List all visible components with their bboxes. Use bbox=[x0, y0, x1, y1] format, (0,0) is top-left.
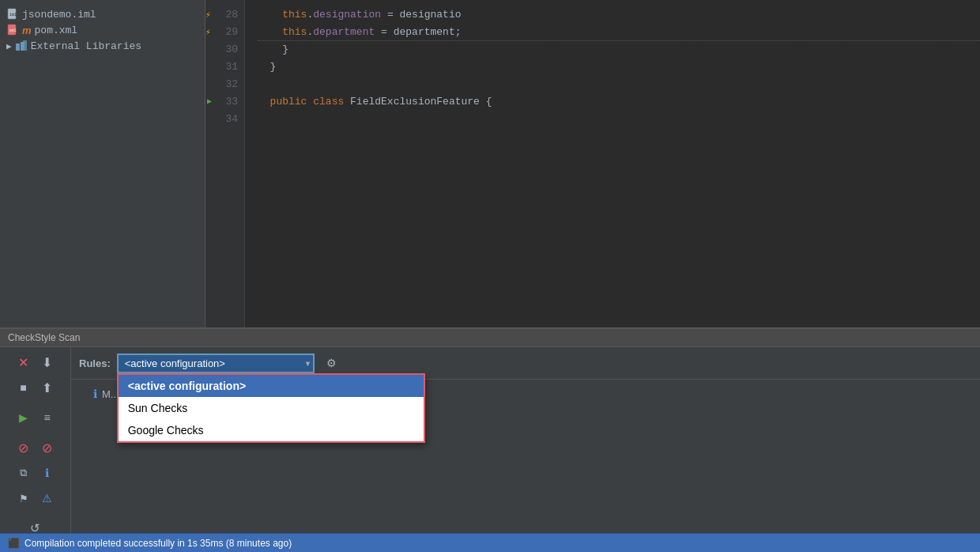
run-icon-33: ▶ bbox=[207, 93, 212, 111]
svg-text:xml: xml bbox=[9, 28, 17, 33]
library-icon bbox=[15, 40, 28, 52]
line-num-32: 32 bbox=[205, 76, 244, 93]
code-editor: ⚡ 28 ⚡ 29 30 31 32 ▶ 33 34 t bbox=[205, 0, 980, 327]
popup-option-sun[interactable]: Sun Checks bbox=[119, 397, 424, 419]
code-line-33: public class FieldExclusionFeature { bbox=[258, 93, 980, 111]
svg-rect-6 bbox=[23, 40, 27, 51]
line-numbers: ⚡ 28 ⚡ 29 30 31 32 ▶ 33 34 bbox=[205, 0, 245, 327]
toolbar-row-1: ✕ ⬇ bbox=[13, 351, 58, 373]
warning-button[interactable]: ⚠ bbox=[36, 487, 58, 509]
iml-file-icon: iml bbox=[6, 8, 19, 21]
status-bar: ⬛ Compilation completed successfully in … bbox=[0, 533, 980, 552]
code-line-34 bbox=[258, 111, 980, 128]
toolbar-row-4: ⊘ ⊘ bbox=[13, 437, 58, 459]
info-button[interactable]: ℹ bbox=[36, 462, 58, 484]
code-line-32 bbox=[258, 76, 980, 93]
config-gear-button[interactable]: ⚙ bbox=[321, 352, 343, 374]
copy-button[interactable]: ⧉ bbox=[13, 462, 35, 484]
code-line-31: } bbox=[258, 59, 980, 76]
status-text: Compilation completed successfully in 1s… bbox=[24, 538, 292, 549]
maven-icon: m bbox=[22, 25, 32, 36]
tree-info-icon: ℹ bbox=[93, 388, 97, 400]
error-filter-button[interactable]: ⊘ bbox=[13, 437, 35, 459]
flag-button[interactable]: ⚑ bbox=[13, 487, 35, 509]
xml-file-icon: xml bbox=[6, 24, 19, 36]
code-line-29: this.department = department; bbox=[258, 24, 980, 41]
align-button[interactable]: ≡ bbox=[36, 406, 58, 429]
panel-title: CheckStyle Scan bbox=[8, 332, 80, 343]
line-num-29: ⚡ 29 bbox=[205, 24, 244, 41]
stop-button[interactable]: ■ bbox=[13, 376, 35, 399]
line-num-28: ⚡ 28 bbox=[205, 6, 244, 24]
line-num-30: 30 bbox=[205, 41, 244, 59]
sidebar-label-jsondemo: jsondemo.iml bbox=[22, 9, 96, 21]
toolbar-row-6: ⚑ ⚠ bbox=[13, 487, 58, 509]
panel-main: Rules: <active configuration> Sun Checks… bbox=[71, 347, 980, 533]
toolbar-row-7: ↺ bbox=[24, 517, 47, 539]
toolbar-row-3: ▶ ≡ bbox=[13, 406, 58, 429]
dropdown-wrapper: <active configuration> Sun Checks Google… bbox=[117, 354, 315, 373]
line-num-33: ▶ 33 bbox=[205, 93, 244, 111]
code-content: ⚡ 28 ⚡ 29 30 31 32 ▶ 33 34 t bbox=[205, 0, 980, 327]
code-line-30: } bbox=[258, 41, 980, 59]
toolbar-row-2: ■ ⬆ bbox=[13, 376, 58, 399]
sidebar-item-external-libs[interactable]: ▶ External Libraries bbox=[3, 38, 202, 54]
warning-icon-29: ⚡ bbox=[205, 24, 211, 41]
checkstyle-panel: CheckStyle Scan ✕ ⬇ ■ ⬆ ▶ ≡ ⊘ bbox=[0, 327, 980, 533]
refresh-button[interactable]: ↺ bbox=[24, 517, 47, 539]
panel-body: ✕ ⬇ ■ ⬆ ▶ ≡ ⊘ ⊘ ⧉ ℹ bbox=[0, 347, 980, 533]
rules-bar: Rules: <active configuration> Sun Checks… bbox=[71, 347, 980, 380]
svg-rect-4 bbox=[16, 43, 20, 51]
svg-text:iml: iml bbox=[9, 13, 17, 17]
toolbar-row-5: ⧉ ℹ bbox=[13, 462, 58, 484]
close-button[interactable]: ✕ bbox=[13, 351, 35, 373]
popup-option-google[interactable]: Google Checks bbox=[119, 419, 424, 441]
line-num-34: 34 bbox=[205, 111, 244, 128]
sidebar-label-pom: pom.xml bbox=[35, 25, 78, 36]
code-line-28: this.designation = designatio bbox=[258, 6, 980, 24]
main-area: iml jsondemo.iml xml m pom.xml ▶ Externa… bbox=[0, 0, 980, 327]
rules-dropdown[interactable]: <active configuration> Sun Checks Google… bbox=[117, 354, 315, 373]
download-button[interactable]: ⬇ bbox=[36, 351, 58, 373]
warning-filter-button[interactable]: ⊘ bbox=[36, 437, 58, 459]
play-button[interactable]: ▶ bbox=[13, 406, 35, 429]
project-sidebar: iml jsondemo.iml xml m pom.xml ▶ Externa… bbox=[0, 0, 205, 327]
line-num-31: 31 bbox=[205, 59, 244, 76]
rules-label: Rules: bbox=[79, 357, 111, 369]
sidebar-item-pomxml[interactable]: xml m pom.xml bbox=[3, 22, 202, 38]
warning-icon-28: ⚡ bbox=[205, 6, 211, 24]
sidebar-label-extlibs: External Libraries bbox=[31, 40, 141, 52]
expand-arrow-icon: ▶ bbox=[6, 41, 12, 51]
panel-header: CheckStyle Scan bbox=[0, 329, 980, 347]
popup-option-active[interactable]: <active configuration> bbox=[119, 375, 424, 397]
dropdown-popup[interactable]: <active configuration> Sun Checks Google… bbox=[117, 373, 425, 443]
status-icon: ⬛ bbox=[8, 538, 20, 549]
sidebar-item-jsondemo[interactable]: iml jsondemo.iml bbox=[3, 6, 202, 22]
panel-toolbar: ✕ ⬇ ■ ⬆ ▶ ≡ ⊘ ⊘ ⧉ ℹ bbox=[0, 347, 71, 533]
code-lines: this.designation = designatio this.depar… bbox=[245, 0, 980, 327]
align-top-button[interactable]: ⬆ bbox=[36, 376, 58, 399]
